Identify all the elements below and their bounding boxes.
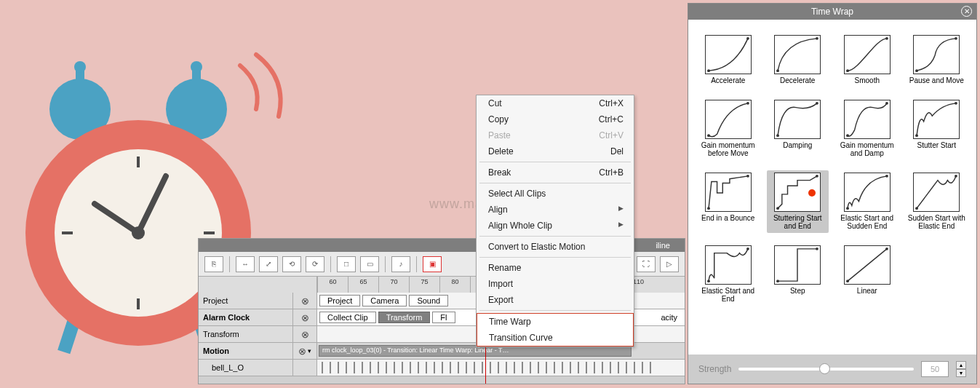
svg-point-37: [776, 207, 779, 210]
toolbar-button[interactable]: ▭: [360, 256, 379, 272]
chevron-down-icon[interactable]: ▾: [308, 347, 311, 355]
menu-item[interactable]: Align Whole Clip▶: [477, 218, 634, 234]
svg-point-38: [816, 174, 818, 177]
svg-point-45: [776, 280, 779, 282]
preset-gain-momentum-before-move[interactable]: Gain momentum before Move: [697, 98, 760, 160]
menu-item[interactable]: CutCtrl+X: [477, 95, 634, 111]
svg-point-46: [816, 247, 818, 250]
strength-slider[interactable]: [738, 368, 914, 371]
svg-point-29: [776, 134, 779, 137]
svg-point-39: [846, 207, 849, 210]
svg-point-6: [191, 61, 202, 73]
toolbar-button[interactable]: ♪: [391, 256, 410, 272]
menu-item[interactable]: Convert to Elastic Motion: [477, 239, 634, 255]
svg-point-48: [885, 247, 888, 250]
svg-point-40: [885, 174, 888, 177]
preset-linear[interactable]: Linear: [836, 243, 899, 306]
svg-point-19: [707, 69, 710, 72]
stepper-down[interactable]: ▼: [956, 369, 966, 377]
svg-point-43: [707, 280, 710, 282]
svg-point-36: [746, 174, 749, 177]
preset-elastic-start-and-end[interactable]: Elastic Start and End: [697, 243, 760, 306]
menu-item[interactable]: Export: [477, 292, 634, 308]
stepper-up[interactable]: ▲: [956, 361, 966, 369]
tab-button[interactable]: Camera: [362, 295, 407, 306]
menu-item[interactable]: Align▶: [477, 202, 634, 218]
menu-item[interactable]: Rename: [477, 260, 634, 276]
svg-point-20: [746, 37, 749, 40]
close-icon[interactable]: ⊗: [298, 346, 306, 357]
svg-point-35: [707, 207, 710, 210]
menu-item[interactable]: CopyCtrl+C: [477, 111, 634, 127]
track-label: Project: [199, 293, 293, 309]
preset-end-in-a-bounce[interactable]: End in a Bounce: [697, 170, 760, 233]
tab-button[interactable]: Fl: [432, 312, 455, 323]
record-button[interactable]: ▣: [423, 256, 442, 272]
ruler-tick: 80: [439, 277, 470, 293]
tab-button[interactable]: Project: [319, 295, 360, 306]
svg-point-24: [885, 37, 888, 40]
preset-sudden-start-with-elastic-end[interactable]: Sudden Start with Elastic End: [906, 170, 968, 233]
ruler-tick: 60: [317, 277, 348, 293]
track-label: bell_L_O: [199, 360, 293, 376]
track-bell: bell_L_O: [199, 360, 685, 376]
preset-stutter-start[interactable]: Stutter Start: [906, 98, 968, 160]
tab-button[interactable]: Transform: [378, 312, 431, 323]
menu-item[interactable]: Transition Curve: [477, 330, 633, 346]
tab-button[interactable]: Sound: [409, 295, 448, 306]
svg-point-21: [776, 69, 779, 72]
tab-button[interactable]: acity: [653, 312, 685, 322]
play-button[interactable]: ▷: [660, 256, 679, 272]
track-label: Alarm Clock: [199, 309, 293, 325]
svg-point-41: [915, 207, 918, 210]
preset-stuttering-start-and-end[interactable]: Stuttering Start and End: [767, 170, 829, 233]
svg-point-18: [132, 226, 145, 239]
toolbar-button[interactable]: ⟲: [282, 256, 301, 272]
close-icon[interactable]: ⊗: [301, 296, 309, 306]
svg-point-25: [915, 69, 918, 72]
svg-point-32: [885, 101, 888, 104]
close-icon[interactable]: ⊗: [301, 329, 309, 340]
preset-step[interactable]: Step: [767, 243, 829, 306]
close-icon[interactable]: ✕: [961, 6, 972, 17]
time-wrap-panel: Time Wrap ✕ AccelerateDecelerateSmoothPa…: [688, 3, 977, 384]
fit-button[interactable]: ⛶: [637, 256, 656, 272]
svg-point-33: [915, 134, 918, 137]
time-wrap-footer: Strength ▲ ▼: [688, 355, 976, 384]
preset-elastic-start-and-sudden-end[interactable]: Elastic Start and Sudden End: [836, 170, 899, 233]
ruler-tick: 75: [409, 277, 439, 293]
menu-item[interactable]: Time Warp: [477, 314, 633, 330]
svg-point-22: [816, 37, 818, 40]
preset-pause-and-move[interactable]: Pause and Move: [906, 33, 968, 87]
menu-item: PasteCtrl+V: [477, 127, 634, 143]
svg-point-42: [955, 174, 957, 177]
strength-input[interactable]: [921, 361, 949, 377]
preset-decelerate[interactable]: Decelerate: [767, 33, 829, 87]
toolbar-button[interactable]: ⤢: [259, 256, 278, 272]
close-icon[interactable]: ⊗: [301, 312, 309, 323]
strength-label: Strength: [698, 364, 731, 374]
track-label: Motion: [199, 343, 293, 359]
menu-item[interactable]: Select All Clips: [477, 186, 634, 202]
preset-smooth[interactable]: Smooth: [836, 33, 899, 87]
track-label: Transform: [199, 326, 293, 342]
menu-item[interactable]: Import: [477, 276, 634, 292]
preset-gain-momentum-and-damp[interactable]: Gain momentum and Damp: [836, 98, 899, 160]
svg-point-2: [74, 61, 86, 73]
tab-button[interactable]: Collect Clip: [319, 312, 376, 323]
context-menu: CutCtrl+XCopyCtrl+CPasteCtrl+VDeleteDelB…: [476, 95, 634, 347]
menu-item[interactable]: BreakCtrl+B: [477, 165, 634, 181]
svg-point-28: [746, 101, 749, 104]
toolbar-button[interactable]: □: [337, 256, 356, 272]
preset-accelerate[interactable]: Accelerate: [697, 33, 760, 87]
svg-point-44: [746, 247, 749, 250]
toolbar-button[interactable]: ⎘: [204, 256, 223, 272]
toolbar-button[interactable]: ⟳: [306, 256, 324, 272]
preset-damping[interactable]: Damping: [767, 98, 829, 160]
ruler-tick: 70: [378, 277, 409, 293]
svg-point-31: [846, 134, 849, 137]
time-wrap-title: Time Wrap ✕: [688, 4, 976, 20]
ruler-tick: 65: [348, 277, 378, 293]
toolbar-button[interactable]: ↔: [236, 256, 255, 272]
menu-item[interactable]: DeleteDel: [477, 143, 634, 159]
